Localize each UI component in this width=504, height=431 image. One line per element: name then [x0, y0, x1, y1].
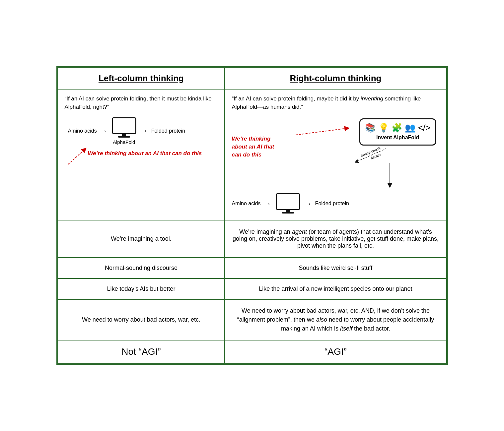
right-header-title: Right-column thinking	[290, 73, 382, 83]
monitor-icon-left	[111, 117, 137, 139]
today-row: Like today’s AIs but better Like the arr…	[58, 278, 447, 299]
arrow-right-3: →	[264, 200, 271, 208]
left-diagram-cell: “If an AI can solve protein folding, the…	[58, 89, 225, 220]
left-header-title: Left-column thinking	[99, 73, 184, 83]
svg-rect-2	[118, 136, 130, 138]
left-quote: “If an AI can solve protein folding, the…	[65, 95, 218, 111]
left-column-header: Left-column thinking	[58, 68, 225, 89]
right-amino-label: Amino acids	[232, 200, 260, 207]
imagining-right: We’re imagining an agent (or team of age…	[225, 220, 446, 258]
discourse-row: Normal-sounding discourse Sounds like we…	[58, 258, 447, 278]
agi-row: Not “AGI” “AGI”	[58, 340, 447, 363]
today-right: Like the arrival of a new intelligent sp…	[225, 278, 446, 299]
discourse-left: Normal-sounding discourse	[58, 258, 225, 278]
agi-right: “AGI”	[225, 340, 446, 363]
right-column-header: Right-column thinking	[225, 68, 446, 89]
svg-line-7	[296, 128, 347, 135]
badactors-row: We need to worry about bad actors, war, …	[58, 299, 447, 340]
svg-rect-10	[282, 212, 294, 214]
imagining-row: We’re imagining a tool. We’re imagining …	[58, 220, 447, 258]
svg-rect-9	[286, 210, 290, 212]
right-folded-label: Folded protein	[315, 200, 349, 207]
dashed-arrow-left	[65, 146, 91, 166]
arrow-right-4: →	[305, 200, 312, 208]
alphafold-label-left: AlphaFold	[113, 139, 135, 145]
badactors-left: We need to worry about bad actors, war, …	[58, 299, 225, 340]
badactors-right: We need to worry about bad actors, war, …	[225, 299, 446, 340]
monitor-icon-right	[275, 193, 301, 215]
red-arrow-to-box	[232, 115, 439, 181]
left-red-note: We’re thinking about an AI that can do t…	[88, 150, 202, 157]
main-table: Left-column thinking Right-column thinki…	[56, 66, 448, 365]
right-quote: “If an AI can solve protein folding, may…	[232, 95, 439, 111]
arrow-right-1: →	[100, 127, 108, 135]
agi-left: Not “AGI”	[58, 340, 225, 363]
svg-rect-1	[122, 134, 126, 136]
left-amino-label: Amino acids	[68, 128, 97, 135]
right-diagram-cell: “If an AI can solve protein folding, may…	[225, 89, 446, 220]
svg-rect-8	[276, 194, 300, 210]
diagram-row: “If an AI can solve protein folding, the…	[58, 89, 447, 220]
svg-rect-0	[112, 118, 136, 134]
svg-line-3	[68, 150, 85, 164]
invent-to-monitor-arrow	[383, 161, 396, 188]
arrow-right-2: →	[141, 127, 148, 135]
imagining-left: We’re imagining a tool.	[58, 220, 225, 258]
left-folded-label: Folded protein	[151, 128, 185, 135]
today-left: Like today’s AIs but better	[58, 278, 225, 299]
discourse-right: Sounds like weird sci-fi stuff	[225, 258, 446, 278]
